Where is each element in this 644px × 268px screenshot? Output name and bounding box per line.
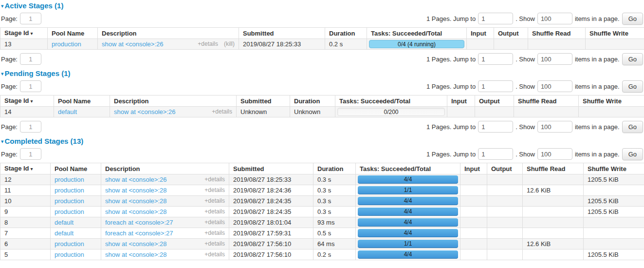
go-button[interactable]: Go: [622, 148, 643, 160]
show-items-input[interactable]: [537, 80, 572, 92]
duration-cell: 0.2 s: [313, 249, 356, 260]
column-header-submitted[interactable]: Submitted: [229, 163, 313, 174]
column-header-output[interactable]: Output: [494, 28, 528, 39]
details-toggle[interactable]: +details: [204, 187, 225, 194]
column-header-input[interactable]: Input: [447, 96, 475, 107]
jump-to-page-input[interactable]: [478, 13, 513, 24]
details-toggle[interactable]: +details: [204, 208, 225, 215]
description-link[interactable]: foreach at <console>:27: [105, 219, 173, 226]
details-toggle[interactable]: +details: [204, 230, 225, 237]
pool-name-link[interactable]: production: [52, 40, 81, 48]
description-link[interactable]: show at <console>:26: [102, 40, 163, 48]
shuffle-write-cell: [586, 39, 644, 50]
show-items-input[interactable]: [537, 148, 572, 160]
description-cell: show at <console>:28+details: [101, 185, 229, 196]
show-items-input[interactable]: [537, 13, 572, 24]
column-header-pool-name[interactable]: Pool Name: [51, 163, 101, 174]
column-header-shuffle-read[interactable]: Shuffle Read: [514, 96, 579, 107]
column-header-output[interactable]: Output: [487, 163, 523, 174]
column-header-pool-name[interactable]: Pool Name: [48, 28, 98, 39]
completed-stages-table: Stage Id▾ Pool Name Description Submitte…: [0, 163, 644, 260]
section-header-pending-stages[interactable]: ▾Pending Stages (1): [1, 70, 643, 77]
description-link[interactable]: show at <console>:28: [105, 187, 166, 194]
description-link[interactable]: show at <console>:28: [105, 208, 166, 215]
shuffle-write-cell: [584, 228, 644, 239]
column-header-shuffle-read[interactable]: Shuffle Read: [528, 28, 586, 39]
details-toggle[interactable]: +details: [204, 251, 225, 258]
duration-cell: Unknown: [290, 107, 335, 117]
go-button[interactable]: Go: [622, 13, 643, 25]
column-header-shuffle-write[interactable]: Shuffle Write: [579, 96, 644, 107]
shuffle-write-cell: 1205.5 KiB: [584, 249, 644, 260]
jump-to-page-input[interactable]: [478, 148, 513, 160]
jump-to-page-input[interactable]: [478, 53, 513, 65]
column-header-input[interactable]: Input: [460, 163, 487, 174]
column-header-pool-name[interactable]: Pool Name: [54, 96, 110, 107]
page-number-input[interactable]: [20, 148, 41, 160]
pool-name-link[interactable]: production: [55, 208, 84, 215]
page-number-input[interactable]: [20, 80, 41, 92]
details-toggle[interactable]: +details: [204, 240, 225, 248]
details-toggle[interactable]: +details: [204, 197, 225, 205]
column-header-tasks[interactable]: Tasks: Succeeded/Total: [367, 28, 467, 39]
column-header-tasks[interactable]: Tasks: Succeeded/Total: [356, 163, 460, 174]
column-header-shuffle-write[interactable]: Shuffle Write: [586, 28, 644, 39]
section-header-active-stages[interactable]: ▾Active Stages (1): [1, 2, 643, 10]
description-link[interactable]: show at <console>:28: [105, 240, 166, 248]
pool-name-link[interactable]: default: [58, 108, 77, 115]
column-header-shuffle-read[interactable]: Shuffle Read: [523, 163, 584, 174]
column-header-stage-id[interactable]: Stage Id▾: [0, 28, 48, 39]
page-label: Page:: [1, 56, 18, 63]
column-header-stage-id[interactable]: Stage Id▾: [0, 96, 54, 107]
column-header-description[interactable]: Description: [98, 28, 239, 39]
column-header-duration[interactable]: Duration: [313, 163, 356, 174]
column-header-duration[interactable]: Duration: [290, 96, 335, 107]
go-button[interactable]: Go: [622, 121, 643, 133]
column-header-output[interactable]: Output: [475, 96, 514, 107]
go-button[interactable]: Go: [622, 80, 643, 93]
column-header-shuffle-write[interactable]: Shuffle Write: [584, 163, 644, 174]
description-link[interactable]: show at <console>:26: [105, 176, 166, 183]
duration-cell: 0.3 s: [313, 196, 356, 207]
column-header-input[interactable]: Input: [467, 28, 494, 39]
details-toggle[interactable]: +details: [204, 219, 225, 226]
page-number-input[interactable]: [20, 13, 41, 24]
pool-name-link[interactable]: production: [55, 197, 84, 205]
column-header-stage-id[interactable]: Stage Id▾: [0, 163, 51, 174]
table-header-row: Stage Id▾ Pool Name Description Submitte…: [0, 163, 644, 174]
duration-cell: 0.3 s: [313, 185, 356, 196]
section-header-completed-stages[interactable]: ▾Completed Stages (13): [1, 137, 643, 145]
shuffle-read-cell: [523, 228, 584, 239]
pool-name-link[interactable]: production: [55, 187, 84, 194]
task-progress-bar: 4/4: [358, 218, 458, 227]
show-items-input[interactable]: [537, 53, 572, 65]
pool-name-link[interactable]: default: [55, 230, 74, 237]
description-link[interactable]: show at <console>:28: [105, 251, 166, 258]
details-toggle[interactable]: +details: [198, 40, 218, 48]
description-link[interactable]: show at <console>:26: [114, 108, 175, 115]
input-cell: [460, 249, 487, 260]
pool-name-link[interactable]: production: [55, 240, 84, 248]
jump-to-page-input[interactable]: [478, 121, 513, 133]
items-per-page-label: items in a page.: [575, 15, 620, 22]
pool-name-cell: default: [51, 228, 101, 239]
details-toggle[interactable]: +details: [212, 108, 232, 115]
jump-to-page-input[interactable]: [478, 80, 513, 92]
column-header-description[interactable]: Description: [101, 163, 229, 174]
pool-name-link[interactable]: default: [55, 219, 74, 226]
column-header-duration[interactable]: Duration: [325, 28, 367, 39]
kill-link[interactable]: (kill): [224, 40, 235, 48]
description-link[interactable]: foreach at <console>:27: [105, 230, 173, 237]
description-link[interactable]: show at <console>:28: [105, 197, 166, 205]
column-header-tasks[interactable]: Tasks: Succeeded/Total: [335, 96, 447, 107]
go-button[interactable]: Go: [622, 53, 643, 65]
page-number-input[interactable]: [20, 53, 41, 65]
show-items-input[interactable]: [537, 121, 572, 133]
pool-name-link[interactable]: production: [55, 176, 84, 183]
page-number-input[interactable]: [20, 121, 41, 133]
column-header-submitted[interactable]: Submitted: [239, 28, 325, 39]
column-header-description[interactable]: Description: [110, 96, 237, 107]
details-toggle[interactable]: +details: [204, 176, 225, 183]
column-header-submitted[interactable]: Submitted: [237, 96, 290, 107]
pool-name-link[interactable]: production: [55, 251, 84, 258]
